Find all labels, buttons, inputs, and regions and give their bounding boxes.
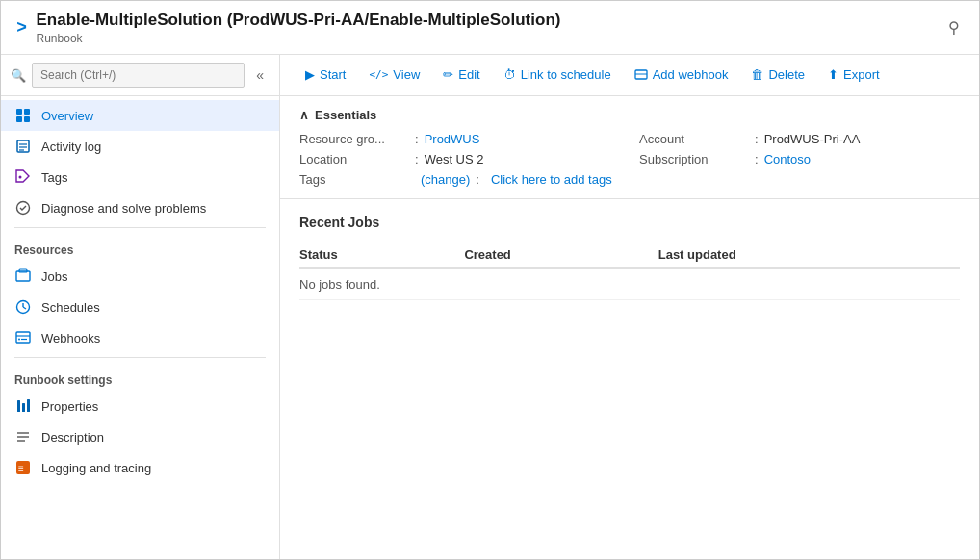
sidebar-item-label: Overview — [41, 109, 93, 123]
sidebar-item-jobs[interactable]: Jobs — [1, 261, 279, 292]
col-last-updated: Last updated — [658, 242, 960, 268]
svg-rect-15 — [16, 332, 30, 343]
sidebar-item-logging[interactable]: ≡ Logging and tracing — [1, 452, 279, 483]
essentials-row-tags: Tags (change) : Click here to add tags — [299, 172, 960, 187]
tags-change-link[interactable]: (change) — [421, 172, 470, 187]
essentials-key-tags: Tags — [299, 172, 415, 187]
sidebar-item-schedules[interactable]: Schedules — [1, 292, 279, 322]
start-icon: ▶ — [305, 67, 315, 82]
chevron-up-icon: ∧ — [299, 108, 309, 122]
sidebar-item-label: Webhooks — [41, 331, 100, 345]
sidebar-item-tags[interactable]: Tags — [1, 162, 279, 192]
runbook-settings-group-label: Runbook settings — [1, 362, 279, 391]
nav-divider-2 — [14, 357, 266, 358]
sidebar-nav: Overview Activity log Tags — [1, 96, 279, 559]
sidebar-item-label: Description — [41, 430, 104, 445]
sidebar-item-label: Activity log — [41, 140, 101, 154]
essentials-key-location: Location — [299, 152, 415, 166]
export-button[interactable]: ⬆ Export — [818, 63, 890, 87]
sidebar-search-bar: 🔍 « — [1, 55, 279, 96]
edit-button[interactable]: ✏ Edit — [433, 63, 489, 87]
page-subtitle: Runbook — [37, 32, 944, 45]
svg-rect-21 — [27, 399, 30, 412]
essentials-key-account: Account — [639, 132, 755, 146]
nav-divider-1 — [14, 227, 266, 228]
essentials-val-location: West US 2 — [425, 152, 484, 166]
resources-group-label: Resources — [1, 232, 279, 261]
tags-add-link[interactable]: Click here to add tags — [491, 172, 612, 187]
start-button[interactable]: ▶ Start — [296, 63, 355, 87]
sidebar-item-label: Properties — [41, 399, 98, 414]
svg-point-9 — [17, 202, 30, 215]
essentials-val-account: ProdWUS-Pri-AA — [764, 132, 861, 146]
svg-rect-1 — [24, 109, 30, 115]
view-button[interactable]: </> View — [359, 63, 429, 87]
delete-button[interactable]: 🗑 Delete — [741, 63, 814, 87]
header-text: Enable-MultipleSolution (ProdWUS-Pri-AA/… — [37, 10, 944, 44]
essentials-row-subscription: Subscription : Contoso — [639, 152, 960, 166]
sidebar-item-label: Logging and tracing — [41, 461, 151, 475]
delete-icon: 🗑 — [751, 67, 763, 82]
toolbar: ▶ Start </> View ✏ Edit ⏱ Link to schedu… — [280, 55, 979, 96]
svg-text:≡: ≡ — [18, 463, 24, 473]
sidebar-item-label: Schedules — [41, 300, 100, 315]
search-input[interactable] — [32, 63, 245, 88]
essentials-val-resource-group[interactable]: ProdWUS — [425, 132, 480, 146]
link-to-schedule-button[interactable]: ⏱ Link to schedule — [494, 63, 621, 87]
main-layout: 🔍 « Overview Activity log — [1, 55, 979, 559]
sidebar: 🔍 « Overview Activity log — [1, 55, 280, 559]
content-area: ▶ Start </> View ✏ Edit ⏱ Link to schedu… — [280, 55, 979, 559]
jobs-table: Status Created Last updated No jobs foun… — [299, 242, 960, 300]
collapse-icon[interactable]: « — [250, 65, 270, 85]
essentials-header[interactable]: ∧ Essentials — [299, 108, 960, 122]
overview-icon — [14, 107, 32, 124]
sidebar-item-overview[interactable]: Overview — [1, 100, 279, 131]
recent-jobs-section: Recent Jobs Status Created Last updated … — [280, 199, 979, 316]
svg-point-17 — [18, 339, 20, 341]
pin-icon[interactable]: ⚲ — [944, 14, 964, 40]
svg-rect-3 — [24, 116, 30, 122]
svg-rect-19 — [17, 400, 20, 412]
sidebar-item-activity-log[interactable]: Activity log — [1, 131, 279, 162]
col-created: Created — [464, 242, 658, 268]
description-icon — [14, 428, 32, 445]
sidebar-item-label: Diagnose and solve problems — [41, 201, 206, 216]
view-icon: </> — [369, 68, 388, 81]
essentials-row-resource-group: Resource gro... : ProdWUS — [299, 132, 620, 146]
tags-icon — [14, 168, 32, 186]
essentials-grid: Resource gro... : ProdWUS Account : Prod… — [299, 132, 960, 187]
svg-rect-2 — [16, 116, 22, 122]
sidebar-item-label: Tags — [41, 170, 67, 185]
essentials-key-subscription: Subscription — [639, 152, 755, 166]
properties-icon — [14, 397, 32, 415]
no-jobs-message: No jobs found. — [299, 268, 960, 300]
add-webhook-button[interactable]: Add webhook — [625, 63, 738, 88]
sidebar-item-label: Jobs — [41, 269, 67, 284]
webhooks-icon — [14, 329, 32, 346]
svg-rect-0 — [16, 109, 22, 115]
webhook-icon — [634, 67, 648, 83]
essentials-section: ∧ Essentials Resource gro... : ProdWUS A… — [280, 96, 979, 199]
logging-icon: ≡ — [14, 459, 32, 476]
svg-line-14 — [23, 307, 26, 309]
essentials-row-account: Account : ProdWUS-Pri-AA — [639, 132, 960, 146]
schedules-icon — [14, 298, 32, 316]
page-title: Enable-MultipleSolution (ProdWUS-Pri-AA/… — [37, 10, 944, 31]
essentials-key-resource-group: Resource gro... — [299, 132, 415, 146]
table-row-no-jobs: No jobs found. — [299, 268, 960, 300]
svg-rect-20 — [22, 403, 25, 412]
col-status: Status — [299, 242, 464, 268]
azure-icon: > — [16, 17, 27, 38]
sidebar-item-webhooks[interactable]: Webhooks — [1, 322, 279, 353]
diagnose-icon — [14, 199, 32, 216]
essentials-val-subscription[interactable]: Contoso — [764, 152, 811, 166]
svg-point-8 — [19, 176, 22, 179]
jobs-icon — [14, 267, 32, 285]
sidebar-item-properties[interactable]: Properties — [1, 391, 279, 421]
page-header: > Enable-MultipleSolution (ProdWUS-Pri-A… — [1, 1, 979, 55]
sidebar-item-diagnose[interactable]: Diagnose and solve problems — [1, 192, 279, 223]
clock-icon: ⏱ — [503, 67, 516, 82]
sidebar-item-description[interactable]: Description — [1, 421, 279, 452]
activity-log-icon — [14, 138, 32, 155]
search-icon: 🔍 — [11, 68, 26, 83]
